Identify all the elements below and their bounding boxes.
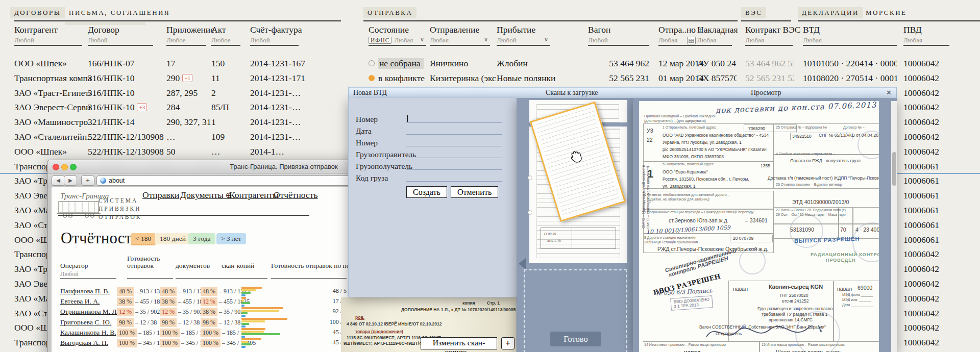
field-input-2[interactable] bbox=[406, 127, 502, 135]
period-pill[interactable]: 180 дней bbox=[155, 233, 190, 244]
tab-декларации[interactable]: ДЕКЛАРАЦИИ bbox=[798, 7, 863, 18]
column-filter-akt[interactable]: Любое bbox=[211, 36, 231, 44]
mini-bar-chart bbox=[241, 328, 290, 338]
scan-dropzone[interactable]: Готово bbox=[524, 269, 627, 352]
binder-hole bbox=[528, 210, 532, 215]
table-row[interactable]: Транспортная компа...316/НПК-10290+11120… bbox=[0, 71, 980, 86]
operator-name[interactable]: Евтеева И. А. bbox=[60, 297, 100, 306]
doc-text-line: док доставки до кон.ста 07.06.2013 bbox=[716, 101, 877, 115]
column-filter-pril[interactable]: Любое bbox=[166, 36, 186, 44]
new-tab-button[interactable]: + bbox=[81, 175, 94, 186]
cell-pvd: 10006061 bbox=[903, 190, 980, 201]
tab-письма-соглашения[interactable]: ПИСЬМА, СОГЛАШЕНИЯ bbox=[65, 7, 174, 18]
column-filter-kon[interactable]: Любая bbox=[745, 36, 764, 44]
period-pill[interactable]: > 3 лет bbox=[216, 233, 246, 244]
operator-name[interactable]: Выгодская А. П. bbox=[60, 339, 108, 347]
field-input-4[interactable] bbox=[406, 150, 502, 158]
operator-filter[interactable]: Любой bbox=[60, 270, 79, 278]
column-filter-otp[interactable]: Любая bbox=[430, 36, 449, 44]
filter-underline bbox=[250, 45, 299, 46]
column-filter-vag[interactable]: Любой bbox=[588, 36, 608, 44]
scrollbar-thumb[interactable] bbox=[892, 152, 896, 186]
tab-морские[interactable]: МОРСКИЕ bbox=[862, 7, 911, 18]
filter-underline bbox=[658, 45, 697, 46]
mini-bar-chart bbox=[241, 338, 290, 348]
doc-text-line: Залізниця і станція призначення bbox=[644, 240, 698, 244]
cell-akt: 11 bbox=[211, 73, 249, 84]
chevron-down-icon[interactable]: ∨ bbox=[544, 36, 548, 43]
operator-name[interactable]: Калашникова Н. В. bbox=[60, 329, 116, 337]
status-dot-icon bbox=[369, 60, 375, 66]
doc-text-line: СНГ № 65/13/АКВ от 04.04.2013 г. bbox=[819, 133, 879, 138]
create-button[interactable]: Создать bbox=[406, 186, 447, 198]
doc-text-line: 20 070709 bbox=[733, 236, 753, 241]
nav-item-отправки[interactable]: Отправки bbox=[142, 190, 179, 200]
doc-text-line: 4 · 23 400 bbox=[855, 227, 879, 233]
column-filter-sost[interactable]: ИФНСЛюбая bbox=[369, 36, 413, 44]
scan-stack[interactable]: 13 09 20 ЛИСТ. № bbox=[529, 100, 627, 263]
doc-text-line: приложения 14 СМГС bbox=[769, 317, 813, 322]
chevron-down-icon[interactable]: ∨ bbox=[484, 36, 488, 43]
divider bbox=[58, 215, 309, 216]
logo-caption: СИСТЕМАПРИВЯЗКИОТПРАВОК bbox=[99, 196, 142, 221]
preview-panel: док доставки до кон.ста 07.06.2013Оригин… bbox=[633, 98, 897, 352]
overlay-titlebar[interactable]: Новая ВТД Сканы к загрузке Просмотр ✕ bbox=[348, 87, 897, 99]
tab-вэс[interactable]: ВЭС bbox=[741, 7, 766, 18]
forward-icon[interactable]: ▶ bbox=[64, 175, 77, 186]
column-filter-pvd[interactable]: Любая bbox=[903, 36, 922, 44]
cell-otp: Кизитеринка (эксп.) bbox=[430, 73, 496, 84]
tab-отправка[interactable]: ОТПРАВКА bbox=[363, 7, 416, 18]
nav-item-контрагенты[interactable]: Контрагенты bbox=[229, 190, 279, 200]
table-row[interactable]: ООО «Шпек»166/НПК-07171502014-1231-167не… bbox=[0, 56, 980, 71]
period-pill[interactable]: 3 года bbox=[188, 233, 215, 244]
cell-pril: 17 bbox=[166, 58, 211, 69]
doc-text-line: 34922518 bbox=[792, 134, 812, 139]
done-button[interactable]: Готово bbox=[550, 332, 601, 346]
operator-name[interactable]: Григорьева С. Ю. bbox=[60, 318, 111, 326]
column-filter-date[interactable]: Любая bbox=[658, 36, 677, 44]
column-filter-dog[interactable]: Любой bbox=[88, 36, 108, 44]
ifns-badge[interactable]: ИФНС bbox=[369, 37, 391, 44]
column-filter-vtd[interactable]: Любая bbox=[803, 36, 822, 44]
field-input-3[interactable] bbox=[406, 138, 502, 146]
nav-item-документы[interactable]: Документы ⊕ bbox=[180, 190, 232, 200]
doc-text-line: Груз размещен и закреплен согласно bbox=[757, 306, 832, 311]
period-value: 48 / 5 bbox=[326, 287, 347, 295]
doc-text-line: 29 Оси – Осі / 30 Масса тары – Маса тари bbox=[776, 213, 846, 216]
doc-text-line: – 334601 bbox=[745, 217, 768, 223]
doc-text-line: 7 Пограничные станции перехода – Прикорд… bbox=[644, 210, 753, 214]
mini-bar-chart bbox=[241, 307, 290, 317]
column-header-otp: Отправление bbox=[430, 24, 479, 35]
close-icon[interactable]: ✕ bbox=[886, 89, 892, 96]
operator-name[interactable]: Отришникова М. Л. bbox=[60, 308, 118, 316]
tab-договоры[interactable]: ДОГОВОРЫ bbox=[10, 7, 65, 18]
column-filter-schet[interactable]: Любой bbox=[250, 36, 270, 44]
status-dot-icon bbox=[369, 75, 375, 81]
column-filter-nakl[interactable]: Любая bbox=[697, 36, 716, 44]
doc-text-line: (для получателя) – (для одержувача) bbox=[644, 119, 706, 122]
scrollbar[interactable] bbox=[891, 101, 897, 352]
column-filter-prib[interactable]: Любой bbox=[497, 36, 517, 44]
column-filter-contr[interactable]: Любой bbox=[14, 36, 34, 44]
cancel-button[interactable]: Отменить bbox=[451, 186, 498, 198]
operator-name[interactable]: Панфилова П. В. bbox=[60, 287, 110, 295]
calendar-icon[interactable] bbox=[687, 37, 696, 44]
extra-count-badge: +1 bbox=[182, 74, 192, 82]
vtd-overlay: Новая ВТД Сканы к загрузке Просмотр ✕ Но… bbox=[348, 87, 897, 352]
chevron-down-icon[interactable]: ∨ bbox=[420, 36, 424, 43]
filter-underline bbox=[88, 45, 153, 46]
period-pill[interactable]: < 180 bbox=[131, 233, 156, 245]
doc-text-line: Шестьдесят девять тысяч bbox=[776, 349, 841, 352]
cell-sost: в конфликте bbox=[369, 73, 430, 84]
nav-item-отчётность[interactable]: Отчётность bbox=[274, 190, 317, 200]
back-icon[interactable]: ◀ bbox=[52, 175, 65, 186]
field-input-6[interactable] bbox=[406, 173, 502, 182]
field-input-5[interactable] bbox=[406, 162, 502, 170]
cell-contr: ООО «Шпек» bbox=[14, 58, 91, 69]
cell-prib: Новые полянки bbox=[497, 73, 557, 84]
cell-prib: Жлобин bbox=[497, 58, 557, 69]
field-input-1[interactable] bbox=[406, 115, 502, 123]
doc-text-line: РЖД ст.Печоры-Псковские Октябрьской ж.д. bbox=[657, 246, 768, 252]
filter-underline bbox=[430, 45, 490, 46]
prev-scan-arrow-icon[interactable] bbox=[519, 258, 526, 269]
